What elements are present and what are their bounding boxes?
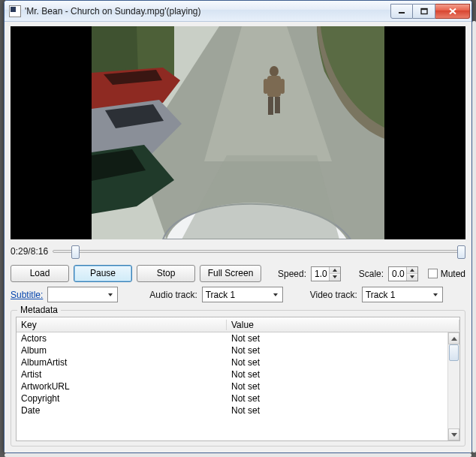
cell-key: Album	[17, 345, 227, 356]
seek-thumb-start[interactable]	[71, 245, 80, 259]
cell-key: Copyright	[17, 393, 227, 404]
cell-key: AlbumArtist	[17, 357, 227, 368]
table-row[interactable]: ActorsNot set	[17, 332, 447, 344]
window-title: 'Mr. Bean - Church on Sunday.mpg'(playin…	[25, 6, 390, 17]
metadata-scrollbar[interactable]	[447, 332, 459, 440]
pause-button[interactable]: Pause	[74, 265, 132, 282]
table-row[interactable]: AlbumArtistNot set	[17, 356, 447, 368]
outer-scroll-right	[472, 21, 476, 452]
subtitle-combo[interactable]	[47, 287, 118, 302]
outer-scroll-bottom	[5, 453, 471, 457]
muted-checkbox[interactable]: Muted	[428, 269, 465, 279]
cell-key: ArtworkURL	[17, 381, 227, 392]
table-row[interactable]: ArtistNot set	[17, 368, 447, 380]
scale-spinner[interactable]: 0.0	[388, 266, 418, 281]
scale-down-icon[interactable]	[407, 274, 417, 281]
cell-value: Not set	[227, 381, 447, 392]
table-row[interactable]: DateNot set	[17, 404, 447, 416]
table-row[interactable]: ArtworkURLNot set	[17, 380, 447, 392]
cell-value: Not set	[227, 333, 447, 344]
stop-button[interactable]: Stop	[137, 265, 195, 282]
svg-rect-21	[280, 79, 285, 94]
speed-label: Speed:	[278, 269, 306, 279]
app-icon	[9, 5, 21, 17]
svg-rect-20	[264, 79, 268, 94]
video-display[interactable]	[11, 26, 465, 239]
metadata-group: Metadata Key Value ActorsNot setAlbumNot…	[11, 310, 465, 446]
cell-key: Artist	[17, 369, 227, 380]
seek-thumb-end[interactable]	[457, 245, 465, 259]
scroll-thumb[interactable]	[449, 344, 459, 361]
svg-rect-19	[275, 97, 280, 113]
table-row[interactable]: CopyrightNot set	[17, 392, 447, 404]
metadata-title: Metadata	[17, 305, 61, 315]
svg-rect-17	[267, 76, 281, 97]
subtitle-link[interactable]: Subtitle:	[11, 290, 43, 300]
seek-slider[interactable]	[53, 244, 465, 259]
metadata-grid[interactable]: Key Value ActorsNot setAlbumNot setAlbum…	[16, 317, 460, 441]
video-track-combo[interactable]: Track 1	[362, 287, 443, 302]
chevron-down-icon	[270, 293, 281, 296]
scroll-up-icon[interactable]	[448, 332, 459, 344]
audio-track-combo[interactable]: Track 1	[202, 287, 283, 302]
svg-point-16	[270, 66, 279, 77]
time-display: 0:29/8:16	[11, 246, 48, 257]
load-button[interactable]: Load	[11, 265, 69, 282]
close-button[interactable]	[435, 4, 470, 19]
speed-spinner[interactable]: 1.0	[311, 266, 341, 281]
scale-up-icon[interactable]	[407, 267, 417, 274]
chevron-down-icon	[430, 293, 441, 296]
fullscreen-button[interactable]: Full Screen	[200, 265, 261, 282]
speed-up-icon[interactable]	[330, 267, 340, 274]
column-key[interactable]: Key	[17, 320, 227, 330]
cell-value: Not set	[227, 405, 447, 416]
cell-key: Actors	[17, 333, 227, 344]
maximize-button[interactable]	[413, 4, 435, 19]
minimize-button[interactable]	[390, 4, 413, 19]
player-window: 'Mr. Bean - Church on Sunday.mpg'(playin…	[4, 0, 472, 453]
client-area: 0:29/8:16 Load Pause Stop Full Screen Sp…	[5, 22, 471, 452]
speed-down-icon[interactable]	[330, 274, 340, 281]
cell-value: Not set	[227, 369, 447, 380]
cell-value: Not set	[227, 393, 447, 404]
svg-rect-18	[268, 97, 273, 115]
video-track-label: Video track:	[310, 290, 357, 300]
cell-value: Not set	[227, 357, 447, 368]
audio-track-label: Audio track:	[149, 290, 197, 300]
titlebar[interactable]: 'Mr. Bean - Church on Sunday.mpg'(playin…	[5, 1, 471, 22]
column-value[interactable]: Value	[227, 320, 459, 330]
chevron-down-icon	[105, 293, 116, 296]
table-row[interactable]: AlbumNot set	[17, 344, 447, 356]
scale-label: Scale:	[359, 269, 384, 279]
cell-key: Date	[17, 405, 227, 416]
scroll-down-icon[interactable]	[448, 428, 459, 440]
cell-value: Not set	[227, 345, 447, 356]
video-frame-icon	[92, 26, 384, 239]
